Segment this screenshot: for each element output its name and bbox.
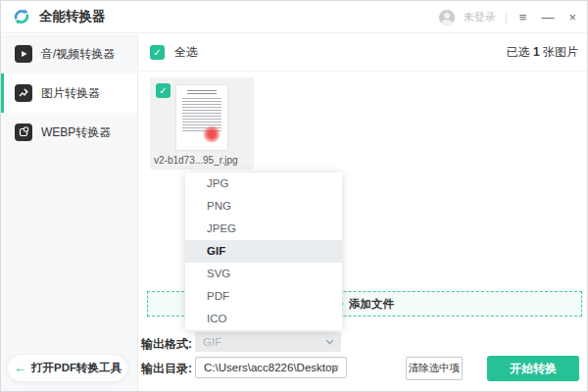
titlebar: 全能转换器 未登录 | ≡ — × [1, 1, 588, 33]
format-option-svg[interactable]: SVG [185, 263, 342, 285]
main-panel: ✓ 全选 已选 1 张图片 ✓ v2-b1d73...95_r.jpg + 添加… [139, 34, 588, 392]
select-all-bar: ✓ 全选 已选 1 张图片 [139, 34, 588, 72]
output-format-value: GIF [203, 336, 221, 348]
user-avatar-icon[interactable] [439, 10, 455, 25]
output-dir-label: 输出目录: [141, 361, 192, 377]
format-option-jpeg[interactable]: JPEG [185, 218, 342, 240]
close-icon[interactable]: × [565, 9, 579, 25]
sidebar-item-label: 音/视频转换器 [41, 46, 115, 63]
pdf-tool-label: 打开PDF转换工具 [31, 361, 122, 375]
format-option-ico[interactable]: ICO [185, 308, 342, 330]
format-option-gif[interactable]: GIF [185, 240, 342, 263]
format-option-png[interactable]: PNG [185, 195, 342, 218]
chevron-down-icon [330, 365, 339, 370]
minimize-icon[interactable]: — [538, 9, 557, 25]
file-card[interactable]: ✓ v2-b1d73...95_r.jpg [150, 77, 254, 170]
clear-selected-button[interactable]: 清除选中项 [406, 357, 463, 380]
output-format-label: 输出格式: [141, 336, 192, 353]
sidebar-item-image-converter[interactable]: 图片转换器 [1, 74, 137, 113]
selected-count: 1 [533, 45, 540, 59]
format-option-jpg[interactable]: JPG [185, 172, 342, 195]
sidebar: 音/视频转换器 图片转换器 WEBP转换器 ← 打开PDF转换工具 [1, 34, 138, 392]
chevron-down-icon [325, 339, 334, 345]
document-title-lines [187, 90, 217, 94]
sidebar-item-audio-video-converter[interactable]: 音/视频转换器 [1, 34, 137, 74]
format-option-pdf[interactable]: PDF [185, 285, 342, 308]
file-checkbox[interactable]: ✓ [156, 83, 171, 98]
sidebar-item-webp-converter[interactable]: WEBP转换器 [1, 113, 137, 152]
selected-prefix: 已选 [507, 45, 533, 59]
selected-suffix: 张图片 [540, 45, 578, 59]
sidebar-item-label: 图片转换器 [41, 85, 100, 102]
titlebar-divider: | [505, 11, 508, 24]
select-all-label: 全选 [174, 44, 198, 61]
image-converter-icon [15, 84, 32, 102]
select-all-checkbox[interactable]: ✓ [150, 45, 165, 60]
output-dir-select[interactable]: C:\Users\acc8226\Desktop [195, 357, 347, 378]
menu-icon[interactable]: ≡ [516, 9, 530, 25]
sidebar-item-label: WEBP转换器 [41, 124, 111, 141]
start-convert-button[interactable]: 开始转换 [487, 356, 579, 381]
app-title: 全能转换器 [39, 8, 106, 25]
open-pdf-tool-button[interactable]: ← 打开PDF转换工具 [7, 354, 128, 382]
converter-window: 全能转换器 未登录 | ≡ — × 音/视频转换器 图片转换器 [0, 0, 588, 392]
app-logo-icon [12, 7, 31, 26]
document-preview [176, 85, 227, 150]
file-name: v2-b1d73...95_r.jpg [150, 152, 254, 170]
red-stamp [203, 125, 220, 143]
format-dropdown: JPGPNGJPEGGIFSVGPDFICO [185, 172, 342, 330]
video-converter-icon [15, 45, 32, 63]
login-status[interactable]: 未登录 [464, 10, 496, 24]
output-format-select[interactable]: GIF [195, 332, 341, 352]
webp-converter-icon [15, 123, 32, 141]
add-file-label: 添加文件 [349, 297, 394, 312]
output-dir-value: C:\Users\acc8226\Desktop [204, 362, 338, 373]
back-arrow-icon: ← [14, 361, 26, 375]
file-thumbnail: ✓ [150, 77, 254, 152]
selected-count-text: 已选 1 张图片 [507, 44, 578, 61]
